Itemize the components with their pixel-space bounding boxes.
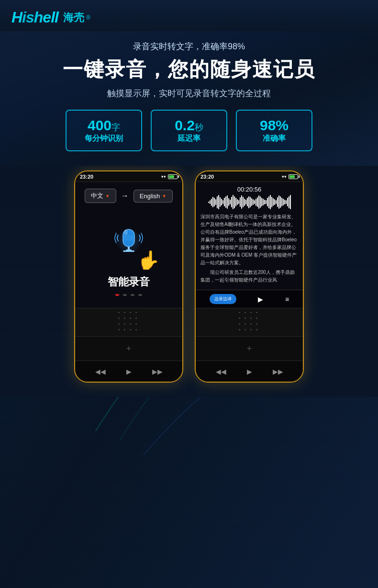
wave-bar (230, 200, 231, 204)
phone-right: 23:20 ▾▾ 00:20:56 深圳市高贝电子有限公 (195, 170, 304, 383)
wave-bar (274, 199, 275, 205)
lang-separator: → (121, 192, 129, 200)
wave-bar (286, 200, 287, 204)
wave-bar (247, 198, 248, 206)
stat-label-1: 延迟率 (165, 134, 213, 144)
lang-from-btn[interactable]: 中文 ▼ (85, 189, 116, 203)
wave-bar (227, 195, 228, 209)
stats-row: 400字 每分钟识别 0.2秒 延迟率 98% 准确率 (14, 110, 364, 151)
wave-bar (222, 200, 223, 204)
fast-forward-btn[interactable]: ▶▶ (152, 368, 163, 375)
translate-btn[interactable]: 边录边译 (210, 294, 236, 304)
header: Hishell 海壳 ® (0, 0, 378, 31)
phone-right-plus[interactable]: + (196, 337, 303, 361)
indicator-dots (111, 289, 147, 301)
wave-bar (270, 195, 271, 209)
wave-bar (240, 197, 241, 207)
svg-point-9 (124, 229, 128, 235)
play-pause-btn[interactable]: ▶ (126, 368, 132, 375)
lang-to-label: English (140, 192, 160, 200)
playback-bar: 边录边译 ▶ ≡ (196, 290, 303, 308)
dot-3 (138, 294, 142, 296)
wave-bar (250, 197, 251, 207)
mic-area: 👆 智能录音 (75, 208, 182, 308)
battery-fill (169, 175, 174, 178)
wave-bar (253, 199, 254, 205)
hero-subtitle: 录音实时转文字，准确率98% (14, 41, 364, 52)
wave-bar (278, 195, 279, 209)
wave-bar (218, 195, 219, 209)
battery-icon-right (289, 174, 298, 179)
waveform (196, 195, 303, 209)
wave-bar (245, 200, 246, 204)
wave-bar (244, 199, 245, 206)
wave-bar (258, 195, 259, 209)
wave-bar (267, 198, 268, 206)
stat-label-0: 每分钟识别 (80, 134, 128, 144)
wave-bar (264, 200, 265, 204)
stat-box-1: 0.2秒 延迟率 (151, 110, 227, 151)
logo-reg: ® (86, 14, 90, 21)
phones-section: 23:20 ▾▾ 中文 ▼ → En (0, 166, 378, 397)
hero-section: 录音实时转文字，准确率98% 一键录音，您的随身速记员 触摸显示屏，实时可见录音… (0, 31, 378, 166)
stat-number-1: 0.2秒 (165, 117, 213, 134)
battery-fill-right (289, 175, 295, 178)
wave-bar (273, 198, 274, 206)
wave-bar (237, 199, 238, 205)
phone-left-plus[interactable]: + (75, 337, 182, 361)
phone-right-statusbar: 23:20 ▾▾ (196, 171, 303, 182)
wave-bar (281, 198, 282, 206)
wave-bar (289, 196, 289, 208)
wifi-icon-right: ▾▾ (282, 174, 287, 179)
lang-from-arrow: ▼ (105, 193, 110, 199)
record-label: 智能录音 (108, 275, 150, 289)
wave-bar (276, 200, 277, 204)
lang-to-btn[interactable]: English ▼ (133, 190, 173, 203)
wave-bar (208, 202, 209, 203)
wave-bar (234, 196, 235, 208)
wave-bar (214, 198, 215, 206)
wave-bar (260, 196, 261, 208)
wave-bar (254, 200, 255, 204)
lang-from-label: 中文 (91, 192, 103, 200)
transcript-area: 深圳市高贝电子有限公司是一家专业集研发、生产及销售AI翻译机为一体的高新技术企业… (196, 209, 303, 290)
fast-forward-btn-right[interactable]: ▶▶ (273, 368, 283, 375)
rewind-btn[interactable]: ◀◀ (95, 368, 106, 375)
phone-left-screen: 中文 ▼ → English ▼ (75, 182, 182, 308)
stat-number-2: 98% (250, 117, 298, 134)
wave-bar (211, 199, 212, 206)
play-pause-btn-right[interactable]: ▶ (247, 368, 252, 375)
wave-bar (225, 196, 226, 208)
wave-bar (220, 197, 221, 207)
logo: Hishell 海壳 ® (11, 9, 367, 26)
wave-bar (228, 198, 229, 206)
speaker-grid-right (239, 312, 260, 333)
wave-bar (224, 198, 225, 206)
wave-bar (266, 200, 267, 204)
wave-bar (233, 195, 233, 209)
phone-right-icons: ▾▾ (282, 174, 298, 179)
rewind-btn-right[interactable]: ◀◀ (216, 368, 226, 375)
wave-bar (221, 199, 222, 205)
list-btn[interactable]: ≡ (285, 295, 289, 303)
stat-box-2: 98% 准确率 (236, 110, 312, 151)
wave-bar (287, 198, 288, 206)
wave-bar (235, 198, 236, 206)
mic-icon-wrapper: 👆 (105, 215, 153, 268)
play-btn[interactable]: ▶ (258, 295, 263, 303)
wave-bar (268, 196, 269, 208)
phone-right-controls: ◀◀ ▶ ▶▶ (196, 361, 303, 382)
wave-bar (284, 200, 285, 204)
transcript-text: 深圳市高贝电子有限公司是一家专业集研发、生产及销售AI翻译机为一体的高新技术企业… (200, 213, 298, 284)
phone-right-middle (196, 308, 303, 337)
lang-to-arrow: ▼ (162, 193, 167, 199)
logo-brand: Hishell (11, 9, 58, 26)
wave-bar (212, 197, 213, 207)
hero-desc: 触摸显示屏，实时可见录音转文字的全过程 (14, 88, 364, 99)
wave-bar (251, 198, 252, 206)
phone-left-time: 23:20 (80, 174, 93, 180)
stat-label-2: 准确率 (250, 134, 298, 144)
mic-body (114, 222, 143, 262)
stat-box-0: 400字 每分钟识别 (66, 110, 142, 151)
dot-2 (131, 294, 134, 296)
